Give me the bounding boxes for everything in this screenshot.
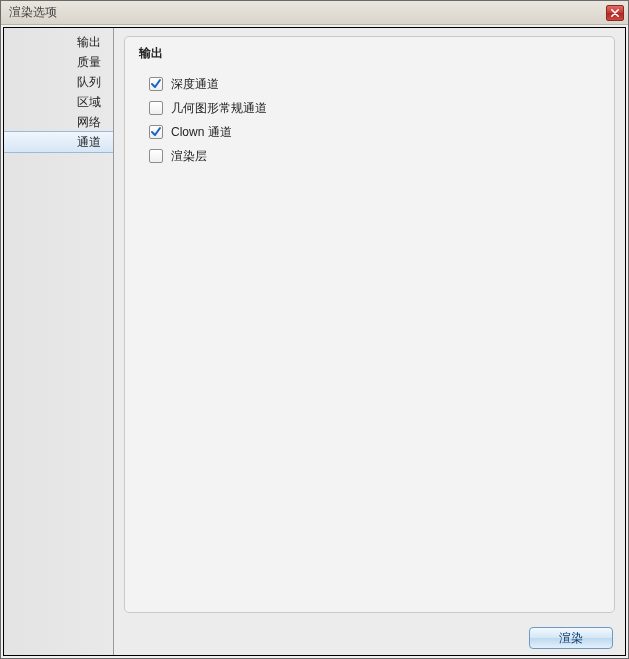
sidebar-item-5[interactable]: 通道 xyxy=(4,131,113,153)
checkbox-label-1: 几何图形常规通道 xyxy=(171,100,267,117)
check-row-1: 几何图形常规通道 xyxy=(139,96,600,120)
panel-title: 输出 xyxy=(139,45,600,62)
checkbox-label-2: Clown 通道 xyxy=(171,124,232,141)
checkbox-label-0: 深度通道 xyxy=(171,76,219,93)
footer: 渲染 xyxy=(114,621,625,655)
window-title: 渲染选项 xyxy=(9,4,606,21)
output-panel: 输出 深度通道几何图形常规通道Clown 通道渲染层 xyxy=(124,36,615,613)
sidebar-item-2[interactable]: 队列 xyxy=(4,72,113,92)
main-area: 输出 深度通道几何图形常规通道Clown 通道渲染层 渲染 xyxy=(114,28,625,655)
checkbox-2[interactable] xyxy=(149,125,163,139)
sidebar-item-3[interactable]: 区域 xyxy=(4,92,113,112)
sidebar: 输出质量队列区域网络通道 xyxy=(4,28,114,655)
close-button[interactable] xyxy=(606,5,624,21)
render-button[interactable]: 渲染 xyxy=(529,627,613,649)
titlebar[interactable]: 渲染选项 xyxy=(1,1,628,25)
sidebar-item-0[interactable]: 输出 xyxy=(4,32,113,52)
checkbox-1[interactable] xyxy=(149,101,163,115)
checkbox-label-3: 渲染层 xyxy=(171,148,207,165)
check-row-0: 深度通道 xyxy=(139,72,600,96)
render-options-window: 渲染选项 输出质量队列区域网络通道 输出 深度通道几何图形常规通道Clown 通… xyxy=(0,0,629,659)
panel-wrap: 输出 深度通道几何图形常规通道Clown 通道渲染层 xyxy=(114,28,625,621)
checkbox-list: 深度通道几何图形常规通道Clown 通道渲染层 xyxy=(139,72,600,168)
check-row-2: Clown 通道 xyxy=(139,120,600,144)
check-row-3: 渲染层 xyxy=(139,144,600,168)
checkbox-0[interactable] xyxy=(149,77,163,91)
sidebar-item-1[interactable]: 质量 xyxy=(4,52,113,72)
close-icon xyxy=(611,6,619,20)
client-area: 输出质量队列区域网络通道 输出 深度通道几何图形常规通道Clown 通道渲染层 … xyxy=(3,27,626,656)
sidebar-item-4[interactable]: 网络 xyxy=(4,112,113,132)
checkbox-3[interactable] xyxy=(149,149,163,163)
